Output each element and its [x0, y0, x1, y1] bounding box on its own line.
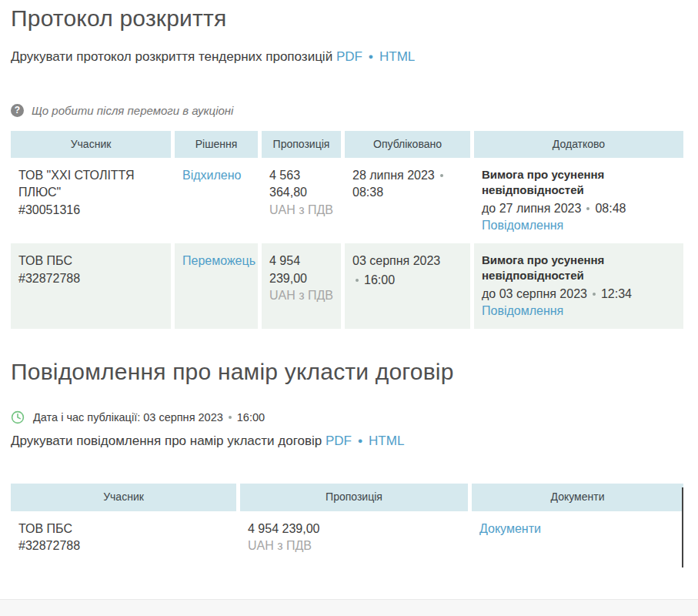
- column-header-documents: Документи: [472, 484, 683, 511]
- proposal-cell: 4 954 239,00 UAH з ПДВ: [240, 511, 468, 564]
- vertical-divider: [682, 487, 683, 567]
- print-protocol-pdf-link[interactable]: PDF: [336, 49, 362, 64]
- dot-separator-icon: [229, 416, 232, 419]
- print-protocol-html-link[interactable]: HTML: [379, 49, 415, 64]
- publication-date: 03 серпня 2023: [143, 411, 223, 424]
- question-circle-icon: ?: [11, 104, 24, 117]
- participant-cell: ТОВ ПБС #32872788: [11, 243, 171, 329]
- table-row: ТОВ ПБС #32872788 4 954 239,00 UAH з ПДВ…: [11, 511, 683, 564]
- decision-link[interactable]: Переможець: [182, 254, 255, 267]
- publication-datetime-line: Дата і час публікації: 03 серпня 202316:…: [11, 410, 683, 424]
- column-header-proposal: Пропозиція: [240, 484, 468, 511]
- page-title-protocol: Протокол розкриття: [11, 5, 683, 32]
- decision-cell: Відхилено: [175, 158, 258, 243]
- dot-separator-icon: [586, 207, 589, 210]
- column-header-extra: Додатково: [474, 131, 683, 158]
- message-link[interactable]: Повідомлення: [482, 304, 563, 317]
- help-after-auction-link[interactable]: ? Що робити після перемоги в аукціоні: [11, 104, 683, 117]
- requirement-title: Вимога про усунення невідповідностей: [482, 253, 676, 283]
- published-date: 28 липня 2023: [352, 169, 435, 182]
- participant-cell: ТОВ ПБС #32872788: [11, 511, 236, 564]
- proposal-amount: 4 954 239,00: [269, 253, 333, 286]
- intent-table-body: ТОВ ПБС #32872788 4 954 239,00 UAH з ПДВ…: [11, 511, 683, 564]
- published-cell: 28 липня 202308:38: [345, 158, 470, 243]
- published-cell: 03 серпня 202316:00: [345, 243, 470, 329]
- participant-cell: ТОВ "XXI СТОЛІТТЯ ПЛЮС" #30051316: [11, 158, 171, 243]
- deadline-prefix: до: [482, 202, 496, 215]
- table-row: ТОВ ПБС #32872788 Переможець 4 954 239,0…: [11, 243, 683, 329]
- column-header-participant: Учасник: [11, 131, 171, 158]
- print-intent-pdf-link[interactable]: PDF: [326, 434, 352, 448]
- participant-code: #32872788: [18, 270, 163, 287]
- proposal-amount: 4 954 239,00: [248, 521, 460, 537]
- publication-datetime-text: Дата і час публікації: 03 серпня 202316:…: [33, 411, 265, 424]
- participant-code: #32872788: [18, 537, 229, 554]
- column-header-published: Опубліковано: [345, 131, 470, 158]
- requirement-title: Вимога про усунення невідповідностей: [482, 167, 676, 198]
- column-header-decision: Рішення: [175, 131, 258, 158]
- decision-link[interactable]: Відхилено: [182, 169, 241, 182]
- page-content: Протокол розкриття Друкувати протокол ро…: [0, 5, 698, 564]
- column-header-participant: Учасник: [11, 484, 236, 511]
- deadline-time: 08:48: [595, 202, 626, 215]
- deadline-time: 12:34: [601, 287, 632, 300]
- disclosure-table-body: ТОВ "XXI СТОЛІТТЯ ПЛЮС" #30051316 Відхил…: [11, 158, 683, 329]
- disclosure-table: Учасник Рішення Пропозиція Опубліковано …: [11, 131, 683, 329]
- message-link-wrap: Повідомлення: [482, 217, 676, 234]
- publication-time: 16:00: [237, 411, 265, 424]
- requirement-deadline: до 03 серпня 202312:34: [482, 286, 676, 303]
- dot-separator-icon: [440, 174, 443, 177]
- deadline-prefix: до: [482, 287, 496, 300]
- message-link[interactable]: Повідомлення: [482, 219, 563, 232]
- print-intent-html-link[interactable]: HTML: [369, 434, 404, 448]
- footer-band: [0, 599, 698, 616]
- participant-name: ТОВ ПБС: [18, 254, 72, 267]
- documents-cell: Документи: [472, 511, 683, 564]
- table-row: ТОВ "XXI СТОЛІТТЯ ПЛЮС" #30051316 Відхил…: [11, 158, 683, 243]
- deadline-date: 03 серпня 2023: [499, 287, 587, 300]
- page-title-intent: Повідомлення про намір укласти договір: [11, 358, 683, 386]
- published-date: 03 серпня 2023: [352, 254, 440, 267]
- proposal-cell: 4 954 239,00 UAH з ПДВ: [262, 243, 341, 329]
- intent-table: Учасник Пропозиція Документи ТОВ ПБС #32…: [11, 484, 683, 564]
- column-header-proposal: Пропозиція: [262, 131, 341, 158]
- clock-icon: [11, 410, 25, 424]
- currency-note: UAH з ПДВ: [269, 287, 333, 304]
- help-after-auction-label: Що робити після перемоги в аукціоні: [32, 104, 233, 117]
- currency-note: UAH з ПДВ: [269, 202, 333, 219]
- dot-separator-icon: [356, 279, 359, 282]
- bullet-separator-icon: ●: [358, 436, 363, 445]
- documents-link[interactable]: Документи: [479, 522, 541, 535]
- print-intent-label: Друкувати повідомлення про намір укласти…: [11, 434, 322, 448]
- print-protocol-label: Друкувати протокол розкриття тендерних п…: [11, 49, 332, 64]
- participant-code: #30051316: [18, 202, 163, 219]
- participant-name: ТОВ ПБС: [18, 522, 72, 535]
- proposal-amount: 4 563 364,80: [269, 167, 333, 201]
- extra-cell: Вимога про усунення невідповідностей до …: [474, 243, 683, 329]
- intent-table-header: Учасник Пропозиція Документи: [11, 484, 683, 511]
- decision-cell: Переможець: [175, 243, 258, 329]
- message-link-wrap: Повідомлення: [482, 303, 676, 320]
- deadline-date: 27 липня 2023: [499, 202, 582, 215]
- proposal-cell: 4 563 364,80 UAH з ПДВ: [262, 158, 341, 243]
- publication-label: Дата і час публікації:: [33, 411, 140, 424]
- currency-note: UAH з ПДВ: [248, 537, 460, 554]
- dot-separator-icon: [593, 293, 596, 296]
- participant-name: ТОВ "XXI СТОЛІТТЯ ПЛЮС": [18, 169, 135, 199]
- requirement-deadline: до 27 липня 202308:48: [482, 200, 676, 217]
- disclosure-table-header: Учасник Рішення Пропозиція Опубліковано …: [11, 131, 683, 158]
- bullet-separator-icon: ●: [369, 52, 374, 61]
- extra-cell: Вимога про усунення невідповідностей до …: [474, 158, 683, 243]
- published-time: 08:38: [352, 186, 383, 199]
- print-intent-line: Друкувати повідомлення про намір укласти…: [11, 434, 683, 449]
- published-time: 16:00: [364, 273, 395, 286]
- print-protocol-line: Друкувати протокол розкриття тендерних п…: [11, 49, 683, 65]
